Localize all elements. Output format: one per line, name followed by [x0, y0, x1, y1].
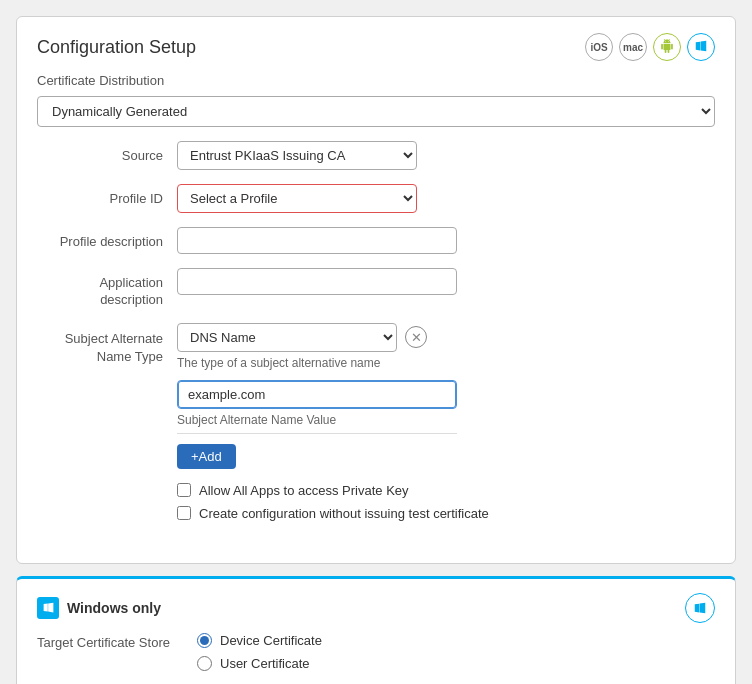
radio-group: Device Certificate User Certificate — [197, 633, 322, 671]
san-hint-text: The type of a subject alternative name — [177, 356, 715, 370]
san-value-label: Subject Alternate Name Value — [177, 413, 715, 427]
windows-platform-badge[interactable] — [685, 593, 715, 623]
device-cert-radio[interactable] — [197, 633, 212, 648]
device-cert-radio-row: Device Certificate — [197, 633, 322, 648]
android-icon — [660, 39, 674, 56]
san-divider — [177, 433, 457, 434]
create-config-checkbox[interactable] — [177, 506, 191, 520]
windows-card-header: Windows only — [37, 593, 715, 623]
app-desc-control — [177, 268, 715, 295]
app-desc-row: Application description — [37, 268, 715, 309]
ios-label: iOS — [590, 42, 607, 53]
target-cert-row: Target Certificate Store Device Certific… — [37, 633, 715, 671]
profile-desc-row: Profile description — [37, 227, 715, 254]
san-value-input[interactable] — [177, 380, 457, 409]
mac-label: mac — [623, 42, 643, 53]
cert-distribution-select[interactable]: Dynamically Generated Manual — [37, 96, 715, 127]
app-desc-input[interactable] — [177, 268, 457, 295]
windows-section-icon — [37, 597, 59, 619]
san-label: Subject Alternate Name Type — [37, 323, 177, 366]
windows-title: Windows only — [67, 600, 161, 616]
user-cert-radio[interactable] — [197, 656, 212, 671]
create-config-label: Create configuration without issuing tes… — [199, 506, 489, 521]
san-select-row: DNS Name RFC 822 Name URI NT Principal N… — [177, 323, 715, 352]
ios-badge[interactable]: iOS — [585, 33, 613, 61]
profile-desc-input[interactable] — [177, 227, 457, 254]
user-cert-label: User Certificate — [220, 656, 310, 671]
allow-apps-row: Allow All Apps to access Private Key — [177, 483, 715, 498]
target-cert-label: Target Certificate Store — [37, 633, 197, 650]
profile-desc-label: Profile description — [37, 227, 177, 251]
user-cert-radio-row: User Certificate — [197, 656, 322, 671]
windows-title-row: Windows only — [37, 597, 161, 619]
profile-id-row: Profile ID Select a Profile — [37, 184, 715, 213]
san-row: Subject Alternate Name Type DNS Name RFC… — [37, 323, 715, 529]
allow-apps-checkbox[interactable] — [177, 483, 191, 497]
profile-id-select[interactable]: Select a Profile — [177, 184, 417, 213]
cert-distribution-section: Certificate Distribution Dynamically Gen… — [37, 73, 715, 141]
main-card: Configuration Setup iOS mac — [16, 16, 736, 564]
source-select[interactable]: Entrust PKIaaS Issuing CA — [177, 141, 417, 170]
windows-grid-icon — [42, 601, 55, 614]
android-badge[interactable] — [653, 33, 681, 61]
san-type-select[interactable]: DNS Name RFC 822 Name URI NT Principal N… — [177, 323, 397, 352]
allow-apps-label: Allow All Apps to access Private Key — [199, 483, 409, 498]
device-cert-label: Device Certificate — [220, 633, 322, 648]
profile-id-control: Select a Profile — [177, 184, 715, 213]
windows-badge-icon — [693, 601, 707, 615]
mac-badge[interactable]: mac — [619, 33, 647, 61]
san-remove-button[interactable]: ✕ — [405, 326, 427, 348]
app-desc-label: Application description — [37, 268, 177, 309]
source-label: Source — [37, 141, 177, 165]
san-control: DNS Name RFC 822 Name URI NT Principal N… — [177, 323, 715, 529]
source-control: Entrust PKIaaS Issuing CA — [177, 141, 715, 170]
windows-card: Windows only Target Certificate Store De… — [16, 576, 736, 684]
close-icon: ✕ — [411, 331, 422, 344]
card-header: Configuration Setup iOS mac — [37, 33, 715, 61]
cert-distribution-label: Certificate Distribution — [37, 73, 715, 88]
page-title: Configuration Setup — [37, 37, 196, 58]
profile-desc-control — [177, 227, 715, 254]
create-config-row: Create configuration without issuing tes… — [177, 506, 715, 521]
san-add-button[interactable]: +Add — [177, 444, 236, 469]
platform-badges: iOS mac — [585, 33, 715, 61]
windows-badge[interactable] — [687, 33, 715, 61]
windows-icon — [694, 39, 708, 55]
profile-id-label: Profile ID — [37, 184, 177, 208]
source-row: Source Entrust PKIaaS Issuing CA — [37, 141, 715, 170]
